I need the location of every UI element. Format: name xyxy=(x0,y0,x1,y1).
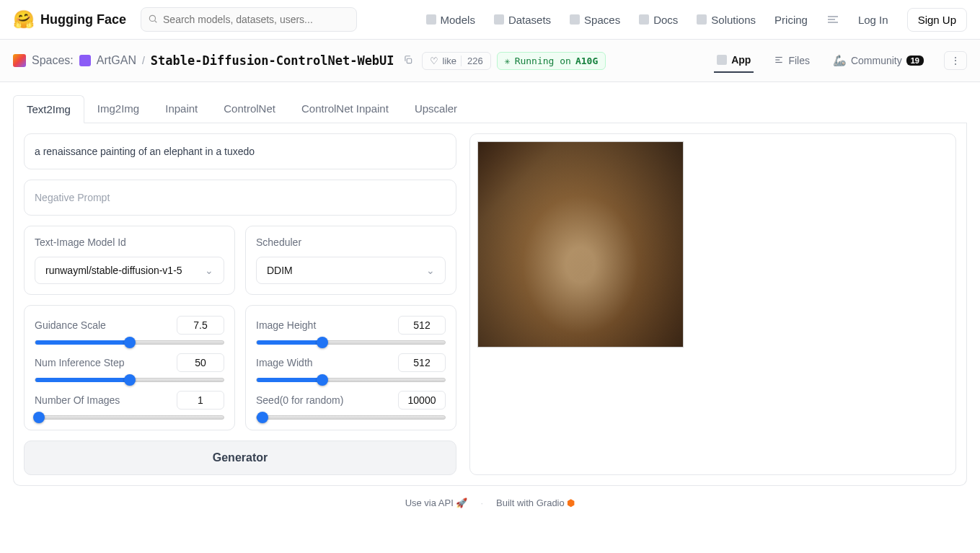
tab-upscaler[interactable]: Upscaler xyxy=(402,95,470,123)
width-slider[interactable] xyxy=(256,378,446,382)
num-images-slider[interactable] xyxy=(35,415,224,420)
running-icon: ✳ xyxy=(505,56,511,66)
like-button[interactable]: ♡ like 226 xyxy=(422,52,491,70)
nav-spaces-label: Spaces xyxy=(584,14,620,26)
app-frame: Text2Img Img2Img Inpaint ControlNet Cont… xyxy=(0,82,980,533)
height-slider[interactable] xyxy=(256,340,446,345)
footer-api-link[interactable]: Use via API 🚀 xyxy=(405,497,468,508)
seed-slider[interactable] xyxy=(256,415,446,420)
num-images-value[interactable]: 1 xyxy=(177,391,224,410)
database-icon xyxy=(494,14,504,25)
steps-label: Num Inference Step xyxy=(35,357,125,368)
model-select[interactable]: runwayml/stable-diffusion-v1-5 ⌄ xyxy=(35,257,224,284)
scheduler-value: DDIM xyxy=(267,265,293,276)
app-icon xyxy=(717,55,727,65)
files-icon xyxy=(774,55,784,67)
running-badge: ✳ Running on A10G xyxy=(497,52,606,70)
sliders-row: Guidance Scale 7.5 Num Inference Step 50 xyxy=(24,305,456,430)
model-scheduler-row: Text-Image Model Id runwayml/stable-diff… xyxy=(24,226,456,295)
space-bar: Spaces: ArtGAN / Stable-Diffusion-Contro… xyxy=(0,40,980,82)
rocket-icon: 🚀 xyxy=(456,497,467,508)
output-image[interactable] xyxy=(477,141,684,348)
width-value[interactable]: 512 xyxy=(398,353,446,372)
grid-icon xyxy=(570,14,580,25)
tab-text2img[interactable]: Text2Img xyxy=(13,95,84,123)
model-card: Text-Image Model Id runwayml/stable-diff… xyxy=(24,226,235,295)
guidance-value[interactable]: 7.5 xyxy=(177,316,224,335)
seed-value[interactable]: 10000 xyxy=(398,391,446,410)
signup-button[interactable]: Sign Up xyxy=(907,8,967,32)
nav-models-label: Models xyxy=(441,14,475,26)
nav-pricing[interactable]: Pricing xyxy=(774,14,808,26)
dot-separator: · xyxy=(480,497,483,508)
nav-login[interactable]: Log In xyxy=(858,14,888,26)
search-wrap xyxy=(141,7,357,32)
nav-spaces[interactable]: Spaces xyxy=(570,14,620,26)
right-sliders-card: Image Height 512 Image Width 512 xyxy=(245,305,456,430)
height-label: Image Height xyxy=(256,319,316,331)
generate-button[interactable]: Generator xyxy=(24,441,456,475)
steps-slider[interactable] xyxy=(35,378,224,382)
seed-slider-group: Seed(0 for random) 10000 xyxy=(256,391,446,420)
like-count: 226 xyxy=(461,56,483,66)
brand-name: Hugging Face xyxy=(40,12,126,27)
nav-pricing-label: Pricing xyxy=(774,14,808,26)
negative-prompt-input[interactable] xyxy=(24,180,456,216)
svg-line-1 xyxy=(155,21,157,23)
spaces-icon xyxy=(13,54,26,67)
space-owner[interactable]: ArtGAN xyxy=(97,54,136,67)
steps-value[interactable]: 50 xyxy=(177,353,224,372)
space-tab-app[interactable]: App xyxy=(714,48,754,73)
more-button[interactable]: ⋮ xyxy=(944,51,967,70)
briefcase-icon xyxy=(697,14,707,25)
community-icon: 🦾 xyxy=(833,54,847,67)
nav-docs[interactable]: Docs xyxy=(639,14,678,26)
space-breadcrumb: Spaces: ArtGAN / Stable-Diffusion-Contro… xyxy=(13,52,606,70)
num-images-label: Number Of Images xyxy=(35,394,120,406)
nav-solutions-label: Solutions xyxy=(711,14,756,26)
heart-icon: ♡ xyxy=(430,56,438,66)
nav-login-label: Log In xyxy=(858,14,888,26)
footer: Use via API 🚀 · Built with Gradio ⬢ xyxy=(13,486,967,520)
running-text: Running on xyxy=(515,56,571,66)
space-tab-app-label: App xyxy=(731,54,751,66)
nav-overflow[interactable] xyxy=(826,15,839,24)
space-tab-community[interactable]: 🦾 Community 19 xyxy=(830,48,927,73)
copy-icon[interactable] xyxy=(400,53,416,68)
running-hardware: A10G xyxy=(575,56,598,66)
guidance-slider[interactable] xyxy=(35,340,224,345)
scheduler-select[interactable]: DDIM ⌄ xyxy=(256,257,446,284)
footer-gradio-link[interactable]: Built with Gradio ⬢ xyxy=(496,497,575,508)
nav-datasets[interactable]: Datasets xyxy=(494,14,551,26)
output-column xyxy=(469,133,956,475)
nav-solutions[interactable]: Solutions xyxy=(697,14,756,26)
tab-inpaint[interactable]: Inpaint xyxy=(152,95,211,123)
tab-panel: Text-Image Model Id runwayml/stable-diff… xyxy=(13,123,967,486)
space-tab-files-label: Files xyxy=(788,55,810,66)
prompt-input[interactable] xyxy=(24,133,456,169)
search-input[interactable] xyxy=(141,7,357,32)
community-count-badge: 19 xyxy=(906,56,924,66)
nav-models[interactable]: Models xyxy=(426,14,475,26)
left-sliders-card: Guidance Scale 7.5 Num Inference Step 50 xyxy=(24,305,235,430)
svg-point-0 xyxy=(149,15,155,21)
tab-controlnet-inpaint[interactable]: ControlNet Inpaint xyxy=(288,95,402,123)
spaces-label: Spaces: xyxy=(32,54,74,67)
guidance-slider-group: Guidance Scale 7.5 xyxy=(35,316,224,345)
seed-label: Seed(0 for random) xyxy=(256,394,343,406)
space-name[interactable]: Stable-Diffusion-ControlNet-WebUI xyxy=(151,53,394,68)
brand-logo[interactable]: 🤗 Hugging Face xyxy=(13,9,126,30)
mode-tabs: Text2Img Img2Img Inpaint ControlNet Cont… xyxy=(13,95,967,123)
height-slider-group: Image Height 512 xyxy=(256,316,446,345)
model-value: runwayml/stable-diffusion-v1-5 xyxy=(45,265,182,276)
height-value[interactable]: 512 xyxy=(398,316,446,335)
tab-controlnet[interactable]: ControlNet xyxy=(211,95,288,123)
gradio-icon: ⬢ xyxy=(567,497,575,508)
main-header: 🤗 Hugging Face Models Datasets Spaces Do… xyxy=(0,0,980,40)
space-tab-files[interactable]: Files xyxy=(771,49,813,73)
doc-icon xyxy=(639,14,649,25)
nav-datasets-label: Datasets xyxy=(508,14,551,26)
tab-img2img[interactable]: Img2Img xyxy=(84,95,152,123)
steps-slider-group: Num Inference Step 50 xyxy=(35,353,224,382)
chevron-down-icon: ⌄ xyxy=(205,265,213,276)
